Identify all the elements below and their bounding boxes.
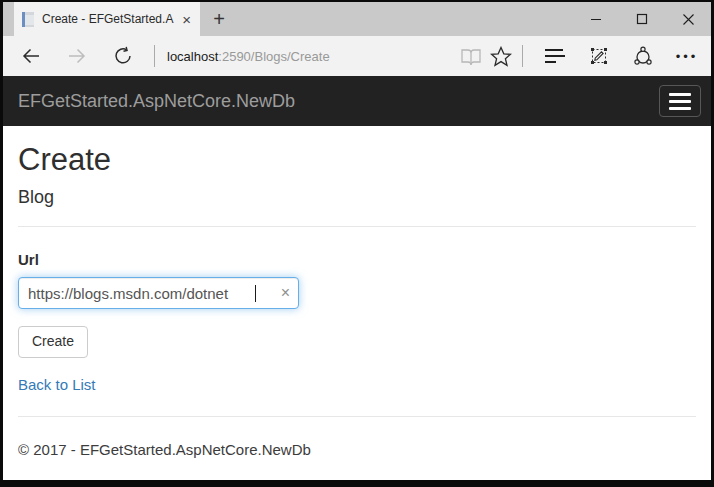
text-caret — [255, 285, 256, 302]
favorites-star-button[interactable] — [486, 36, 516, 76]
browser-tab[interactable]: Create - EFGetStarted.A × — [14, 2, 200, 36]
ellipsis-icon: ••• — [676, 49, 699, 64]
more-actions-button[interactable]: ••• — [665, 36, 709, 76]
close-window-button[interactable] — [665, 2, 711, 36]
url-field-label: Url — [18, 251, 696, 268]
minimize-button[interactable] — [573, 2, 619, 36]
browser-window: Create - EFGetStarted.A × + — [0, 0, 714, 487]
page-content: Create Blog Url × Create Back to List © … — [3, 126, 711, 480]
blog-url-input[interactable] — [18, 277, 299, 309]
forward-arrow-icon — [67, 47, 87, 65]
toolbar-separator — [522, 45, 523, 67]
star-icon — [490, 46, 512, 67]
web-note-button[interactable] — [577, 36, 621, 76]
url-input[interactable]: localhost:2590/Blogs/Create — [167, 49, 456, 64]
site-navbar: EFGetStarted.AspNetCore.NewDb — [3, 76, 711, 126]
minimize-icon — [590, 13, 602, 25]
maximize-button[interactable] — [619, 2, 665, 36]
back-button[interactable] — [8, 36, 54, 76]
divider — [18, 226, 696, 227]
clear-input-icon[interactable]: × — [281, 283, 290, 303]
reading-view-button[interactable] — [456, 36, 486, 76]
close-icon — [682, 13, 695, 26]
new-tab-button[interactable]: + — [200, 2, 238, 36]
page-favicon-icon — [22, 12, 34, 27]
page-subtitle: Blog — [18, 186, 696, 208]
share-icon — [632, 46, 654, 66]
footer-copyright: © 2017 - EFGetStarted.AspNetCore.NewDb — [18, 441, 696, 458]
hub-button[interactable] — [533, 36, 577, 76]
reading-view-book-icon — [460, 47, 482, 65]
url-input-wrapper: × — [18, 277, 299, 309]
address-separator — [154, 45, 155, 67]
maximize-icon — [636, 13, 648, 25]
forward-button[interactable] — [54, 36, 100, 76]
url-path: :2590/Blogs/Create — [218, 49, 329, 64]
web-note-pen-icon — [589, 46, 609, 66]
tab-close-icon[interactable]: × — [180, 12, 193, 27]
refresh-icon — [113, 46, 133, 66]
share-button[interactable] — [621, 36, 665, 76]
back-to-list-link[interactable]: Back to List — [18, 376, 96, 393]
create-submit-button[interactable]: Create — [18, 326, 88, 358]
address-bar: localhost:2590/Blogs/Create — [3, 36, 711, 76]
page-title: Create — [18, 142, 696, 178]
navbar-brand-link[interactable]: EFGetStarted.AspNetCore.NewDb — [18, 91, 295, 112]
titlebar: Create - EFGetStarted.A × + — [3, 2, 711, 36]
navbar-toggle-button[interactable] — [659, 85, 701, 117]
tab-title: Create - EFGetStarted.A — [42, 12, 180, 26]
footer-divider — [18, 416, 696, 417]
url-host: localhost — [167, 49, 218, 64]
hub-icon — [545, 49, 565, 63]
back-arrow-icon — [21, 47, 41, 65]
refresh-button[interactable] — [100, 36, 146, 76]
hamburger-icon — [669, 93, 691, 96]
titlebar-drag-area — [238, 2, 573, 36]
